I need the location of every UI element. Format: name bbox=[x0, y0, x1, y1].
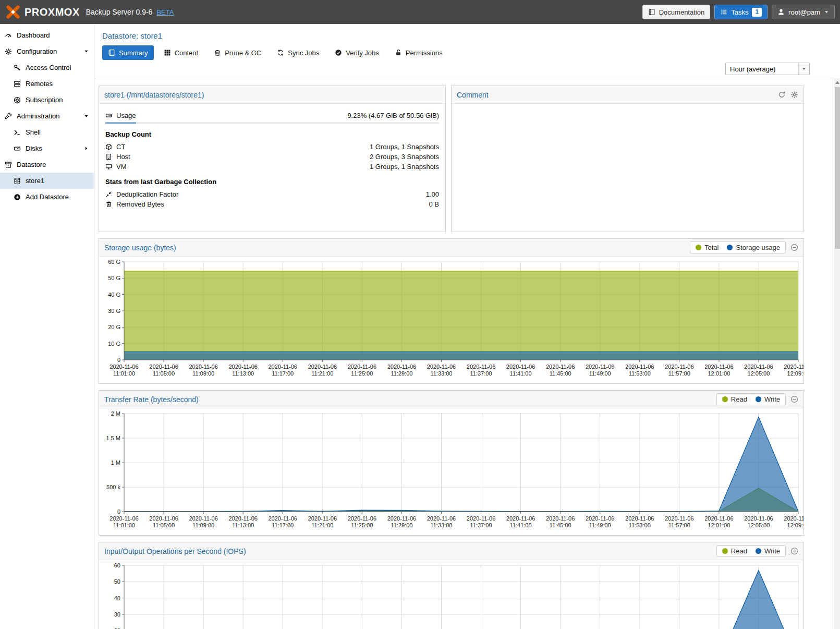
refresh-icon[interactable] bbox=[778, 91, 786, 99]
sidebar-item-subscription[interactable]: Subscription bbox=[0, 92, 94, 108]
caret-right-icon[interactable] bbox=[83, 146, 89, 151]
host-row: Host 2 Groups, 3 Snapshots bbox=[105, 152, 439, 162]
timeframe-combobox[interactable]: Hour (average) bbox=[725, 63, 810, 75]
svg-text:2020-11-06: 2020-11-06 bbox=[467, 364, 495, 370]
caret-down-icon[interactable] bbox=[83, 113, 89, 119]
svg-text:40 G: 40 G bbox=[108, 292, 120, 298]
proxmox-x-icon bbox=[5, 4, 21, 20]
svg-text:11:13:00: 11:13:00 bbox=[232, 522, 254, 528]
tasks-button[interactable]: Tasks 1 bbox=[714, 5, 768, 19]
sidebar-item-shell[interactable]: Shell bbox=[0, 124, 94, 140]
sidebar-item-administration[interactable]: Administration bbox=[0, 108, 94, 124]
sidebar-item-access-control[interactable]: Access Control bbox=[0, 59, 94, 76]
svg-text:2020-11-06: 2020-11-06 bbox=[269, 515, 297, 522]
sidebar-item-store1[interactable]: store1 bbox=[0, 173, 94, 189]
documentation-button[interactable]: Documentation bbox=[642, 5, 710, 19]
svg-text:500 k: 500 k bbox=[106, 484, 120, 490]
svg-text:11:01:00: 11:01:00 bbox=[113, 522, 135, 528]
sidebar-item-dashboard[interactable]: Dashboard bbox=[0, 27, 94, 43]
svg-text:2020-11-06: 2020-11-06 bbox=[228, 364, 257, 370]
legend-item-write[interactable]: Write bbox=[756, 547, 780, 555]
gear-icon[interactable] bbox=[790, 91, 798, 99]
chevron-down-icon bbox=[801, 66, 807, 71]
svg-text:2020-11-06: 2020-11-06 bbox=[189, 364, 217, 370]
svg-text:11:41:00: 11:41:00 bbox=[510, 370, 532, 377]
svg-text:11:37:00: 11:37:00 bbox=[470, 522, 492, 528]
svg-text:2020-11-06: 2020-11-06 bbox=[625, 364, 654, 370]
sidebar-item-configuration[interactable]: Configuration bbox=[0, 43, 94, 59]
sidebar-item-disks[interactable]: Disks bbox=[0, 140, 94, 156]
svg-text:11:05:00: 11:05:00 bbox=[153, 370, 175, 377]
legend-item-total[interactable]: Total bbox=[696, 244, 719, 251]
combobox-trigger[interactable] bbox=[798, 63, 809, 75]
top-panels-row: store1 (/mnt/datastores/store1) Usage 9.… bbox=[99, 86, 804, 232]
sidebar-item-datastore[interactable]: Datastore bbox=[0, 156, 94, 173]
caret-down-icon[interactable] bbox=[83, 49, 89, 54]
chart-title: Storage usage (bytes) bbox=[104, 244, 176, 252]
panel-header: Storage usage (bytes) Total Storage usag… bbox=[99, 239, 804, 257]
svg-text:11:13:00: 11:13:00 bbox=[232, 370, 254, 377]
collapse-panel-icon[interactable] bbox=[790, 244, 798, 251]
legend-item-read[interactable]: Read bbox=[722, 547, 747, 555]
scrollbar-thumb[interactable] bbox=[835, 87, 840, 249]
storage-usage-chart-panel: Storage usage (bytes) Total Storage usag… bbox=[99, 238, 804, 384]
svg-text:20 G: 20 G bbox=[108, 324, 120, 330]
legend-item-storage-usage[interactable]: Storage usage bbox=[727, 244, 780, 251]
legend-dot bbox=[722, 548, 728, 554]
user-menu-button[interactable]: root@pam bbox=[772, 5, 835, 19]
transfer-rate-chart: 2 M1.5 M1 M500 k02020-11-0611:01:002020-… bbox=[99, 408, 804, 534]
tab-verify-jobs[interactable]: Verify Jobs bbox=[329, 45, 385, 60]
tab-summary[interactable]: Summary bbox=[102, 45, 154, 60]
svg-text:2020-11-06: 2020-11-06 bbox=[784, 364, 804, 370]
documentation-label: Documentation bbox=[659, 8, 704, 16]
cube-icon bbox=[105, 143, 112, 150]
chart-legend: Read Write bbox=[716, 393, 786, 405]
legend-label: Write bbox=[764, 547, 780, 555]
sidebar-item-label: store1 bbox=[26, 177, 44, 185]
tab-prune-gc[interactable]: Prune & GC bbox=[208, 45, 267, 60]
desktop-icon bbox=[105, 163, 112, 170]
legend-item-read[interactable]: Read bbox=[722, 395, 747, 403]
chevron-down-icon bbox=[824, 9, 829, 15]
legend-item-write[interactable]: Write bbox=[756, 395, 780, 403]
app-header: PROXMOX Backup Server 0.9-6 BETA Documen… bbox=[0, 0, 840, 24]
tab-sync-jobs[interactable]: Sync Jobs bbox=[271, 45, 325, 60]
tab-bar: Summary Content Prune & GC Sync Jobs Ver… bbox=[102, 45, 840, 60]
svg-text:11:29:00: 11:29:00 bbox=[391, 522, 412, 528]
panel-title: store1 (/mnt/datastores/store1) bbox=[104, 91, 204, 99]
sidebar-item-label: Dashboard bbox=[17, 31, 50, 39]
svg-text:2020-11-06: 2020-11-06 bbox=[308, 364, 337, 370]
scroll-up-arrow[interactable] bbox=[835, 81, 839, 84]
row-label: VM bbox=[116, 163, 127, 171]
svg-text:12:05:00: 12:05:00 bbox=[748, 370, 770, 377]
vertical-scrollbar[interactable] bbox=[834, 78, 840, 629]
book-icon bbox=[648, 8, 655, 16]
svg-text:11:33:00: 11:33:00 bbox=[430, 370, 452, 377]
chart-title: Transfer Rate (bytes/second) bbox=[104, 395, 199, 404]
tab-label: Verify Jobs bbox=[346, 49, 379, 57]
sidebar-item-label: Administration bbox=[17, 112, 59, 120]
trash-icon bbox=[105, 201, 112, 208]
collapse-panel-icon[interactable] bbox=[790, 395, 798, 403]
sidebar-item-label: Add Datastore bbox=[26, 193, 69, 201]
sidebar: Dashboard Configuration Access Control R… bbox=[0, 24, 94, 629]
tab-label: Prune & GC bbox=[225, 49, 261, 57]
svg-text:50: 50 bbox=[114, 578, 120, 585]
sidebar-item-add-datastore[interactable]: Add Datastore bbox=[0, 189, 94, 205]
beta-link[interactable]: BETA bbox=[156, 8, 174, 16]
row-value: 2 Groups, 3 Snapshots bbox=[370, 153, 439, 161]
book-icon bbox=[108, 49, 115, 56]
tab-permissions[interactable]: Permissions bbox=[389, 45, 448, 60]
svg-text:11:29:00: 11:29:00 bbox=[391, 370, 412, 377]
sidebar-item-remotes[interactable]: Remotes bbox=[0, 76, 94, 92]
tab-content[interactable]: Content bbox=[158, 45, 204, 60]
svg-text:2 M: 2 M bbox=[111, 410, 120, 417]
check-circle-icon bbox=[335, 49, 342, 56]
timeframe-value: Hour (average) bbox=[730, 65, 798, 73]
collapse-panel-icon[interactable] bbox=[790, 547, 798, 555]
proxmox-logo: PROXMOX bbox=[5, 4, 80, 20]
terminal-icon bbox=[14, 129, 21, 136]
svg-text:2020-11-06: 2020-11-06 bbox=[625, 515, 654, 522]
svg-text:12:09:00: 12:09:00 bbox=[787, 370, 804, 377]
row-label: Host bbox=[116, 153, 130, 161]
